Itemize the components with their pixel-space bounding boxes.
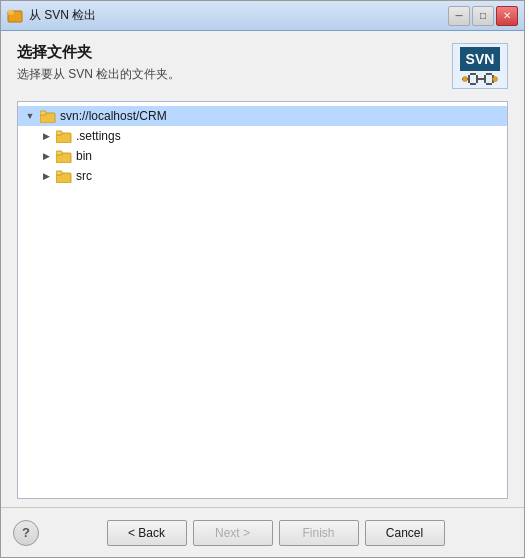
footer: ? < Back Next > Finish Cancel [1, 507, 524, 557]
svn-logo: SVN [452, 43, 508, 89]
header-text: 选择文件夹 选择要从 SVN 检出的文件夹。 [17, 43, 442, 83]
svg-rect-11 [486, 83, 492, 85]
tree-item-bin[interactable]: ▶ bin [18, 146, 507, 166]
root-folder-icon [40, 109, 56, 123]
tree-src-label: src [76, 169, 92, 183]
tree-item-src[interactable]: ▶ src [18, 166, 507, 186]
svg-point-14 [492, 77, 497, 82]
src-folder-icon [56, 169, 72, 183]
svg-rect-4 [468, 75, 470, 83]
restore-button[interactable]: □ [472, 6, 494, 26]
tree-toggle-settings[interactable]: ▶ [38, 128, 54, 144]
title-bar: 从 SVN 检出 ─ □ ✕ [1, 1, 524, 31]
window-title: 从 SVN 检出 [29, 7, 448, 24]
minimize-button[interactable]: ─ [448, 6, 470, 26]
tree-toggle-root[interactable]: ▼ [22, 108, 38, 124]
finish-button[interactable]: Finish [279, 520, 359, 546]
svg-rect-10 [486, 73, 492, 75]
tree-root-item[interactable]: ▼ svn://localhost/CRM [18, 106, 507, 126]
svg-rect-6 [470, 83, 476, 85]
window-icon [7, 8, 23, 24]
header-area: 选择文件夹 选择要从 SVN 检出的文件夹。 SVN [17, 43, 508, 89]
svg-point-13 [462, 77, 467, 82]
footer-buttons: < Back Next > Finish Cancel [39, 520, 512, 546]
footer-left: ? [13, 520, 39, 546]
tree-toggle-bin[interactable]: ▶ [38, 148, 54, 164]
main-window: 从 SVN 检出 ─ □ ✕ 选择文件夹 选择要从 SVN 检出的文件夹。 SV… [0, 0, 525, 558]
content-area: 选择文件夹 选择要从 SVN 检出的文件夹。 SVN [1, 31, 524, 507]
svg-rect-16 [40, 111, 46, 115]
next-button[interactable]: Next > [193, 520, 273, 546]
page-subtitle: 选择要从 SVN 检出的文件夹。 [17, 66, 442, 83]
cancel-button[interactable]: Cancel [365, 520, 445, 546]
svg-rect-20 [56, 151, 62, 155]
svg-rect-22 [56, 171, 62, 175]
svg-rect-18 [56, 131, 62, 135]
back-button[interactable]: < Back [107, 520, 187, 546]
close-button[interactable]: ✕ [496, 6, 518, 26]
svg-rect-7 [476, 75, 478, 83]
svg-rect-2 [8, 10, 13, 13]
svg-rect-8 [478, 78, 484, 80]
tree-item-settings[interactable]: ▶ .settings [18, 126, 507, 146]
svg-rect-5 [470, 73, 476, 75]
tree-bin-label: bin [76, 149, 92, 163]
tree-root-label: svn://localhost/CRM [60, 109, 167, 123]
svg-rect-9 [484, 75, 486, 83]
svn-logo-text: SVN [460, 47, 501, 71]
settings-folder-icon [56, 129, 72, 143]
bin-folder-icon [56, 149, 72, 163]
folder-tree[interactable]: ▼ svn://localhost/CRM ▶ .settings [17, 101, 508, 499]
page-title: 选择文件夹 [17, 43, 442, 62]
tree-toggle-src[interactable]: ▶ [38, 168, 54, 184]
tree-settings-label: .settings [76, 129, 121, 143]
help-button[interactable]: ? [13, 520, 39, 546]
title-bar-buttons: ─ □ ✕ [448, 6, 518, 26]
